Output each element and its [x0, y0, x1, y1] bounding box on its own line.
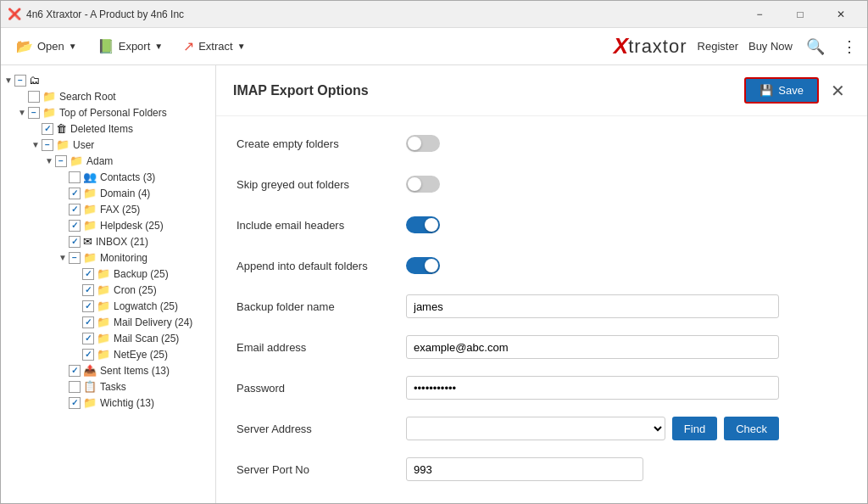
tree-label: Deleted Items [70, 123, 133, 135]
tree-item-monitoring[interactable]: ▼−📁Monitoring [1, 249, 215, 266]
tree-label: Backup (25) [114, 268, 169, 280]
tree-checkbox[interactable]: ✓ [69, 220, 81, 232]
maximize-button[interactable]: □ [781, 1, 820, 28]
create-empty-folders-toggle[interactable] [406, 135, 440, 152]
open-button[interactable]: 📂 Open ▼ [8, 34, 86, 59]
toggle-thumb [425, 259, 438, 272]
find-button[interactable]: Find [672, 417, 717, 440]
extract-button[interactable]: ↗ Extract ▼ [175, 34, 253, 59]
tree-item-search-root[interactable]: 📁Search Root [1, 88, 215, 104]
tree-item-user[interactable]: ▼−📁User [1, 137, 215, 153]
form-body: Create empty folders Skip greyed out fol… [216, 116, 867, 504]
check-button[interactable]: Check [724, 417, 779, 440]
server-address-select[interactable] [406, 417, 665, 440]
password-label: Password [236, 382, 406, 395]
password-input[interactable] [406, 376, 779, 400]
tree-folder-icon: 📤 [83, 364, 97, 377]
tree-item-tasks[interactable]: 📋Tasks [1, 378, 215, 395]
toggle-thumb [425, 218, 438, 232]
tree-checkbox[interactable]: ✓ [82, 349, 94, 361]
tree-folder-icon: 📋 [83, 380, 97, 393]
email-address-label: Email address [236, 341, 406, 354]
tree-arrow[interactable]: ▼ [31, 140, 42, 149]
tree-checkbox[interactable]: ✓ [82, 284, 94, 296]
tree-folder-icon: 📁 [83, 251, 97, 264]
tree-item-fax[interactable]: ✓📁FAX (25) [1, 201, 215, 217]
close-window-button[interactable]: ✕ [821, 1, 860, 28]
tree-item-inbox[interactable]: ✓✉INBOX (21) [1, 233, 215, 249]
tree-label: INBOX (21) [96, 236, 148, 248]
backup-folder-name-input[interactable] [406, 294, 779, 318]
tree-arrow[interactable]: ▼ [58, 253, 69, 262]
tree-folder-icon: ✉ [83, 235, 92, 248]
tree-checkbox[interactable]: ✓ [69, 397, 81, 409]
email-address-control [406, 335, 779, 359]
tree-item-adam[interactable]: ▼−📁Adam [1, 153, 215, 169]
tree-item-domain[interactable]: ✓📁Domain (4) [1, 185, 215, 201]
skip-greyed-label: Skip greyed out folders [236, 178, 406, 191]
include-email-headers-toggle[interactable] [406, 216, 440, 233]
tree-checkbox[interactable]: ✓ [69, 204, 81, 216]
tree-checkbox[interactable] [28, 91, 40, 103]
tree-item-wichtig[interactable]: ✓📁Wichtig (13) [1, 395, 215, 411]
search-icon-button[interactable]: 🔍 [803, 34, 828, 59]
tree-checkbox[interactable]: ✓ [82, 300, 94, 312]
tree-item-neteye[interactable]: ✓📁NetEye (25) [1, 346, 215, 362]
tree-item-backup[interactable]: ✓📁Backup (25) [1, 266, 215, 282]
tree-checkbox[interactable] [69, 171, 81, 183]
append-default-toggle[interactable] [406, 257, 440, 274]
tree-checkbox[interactable] [69, 381, 81, 393]
toolbar: 📂 Open ▼ 📗 Export ▼ ↗ Extract ▼ X traxto… [1, 28, 867, 65]
tree-label: FAX (25) [100, 204, 140, 216]
brand-x-letter: X [614, 33, 628, 59]
tree-checkbox[interactable]: − [28, 107, 40, 119]
tree-checkbox[interactable]: ✓ [82, 333, 94, 344]
tree-checkbox[interactable]: ✓ [82, 316, 94, 328]
tree-item-mail-scan[interactable]: ✓📁Mail Scan (25) [1, 330, 215, 346]
minimize-button[interactable]: − [740, 1, 779, 28]
server-port-label: Server Port No [236, 463, 406, 476]
tree-item-contacts[interactable]: 👥Contacts (3) [1, 169, 215, 185]
tree-label: User [73, 139, 94, 151]
tree-folder-icon: 📁 [83, 219, 97, 232]
tree-label: Adam [86, 155, 113, 167]
menu-icon-button[interactable]: ⋮ [838, 34, 860, 59]
tree-label: NetEye (25) [114, 349, 168, 361]
tree-checkbox[interactable]: ✓ [69, 236, 81, 248]
panel-header: IMAP Export Options 💾 Save ✕ [216, 65, 867, 116]
tree-checkbox[interactable]: − [14, 75, 26, 87]
server-port-input[interactable] [406, 457, 643, 481]
email-address-input[interactable] [406, 335, 779, 359]
backup-folder-name-row: Backup folder name [236, 293, 847, 320]
tree-item-personal-folders[interactable]: ▼−📁Top of Personal Folders [1, 104, 215, 120]
tree-item-logwatch[interactable]: ✓📁Logwatch (25) [1, 298, 215, 314]
tree-item-mail-delivery[interactable]: ✓📁Mail Delivery (24) [1, 314, 215, 330]
panel-title: IMAP Export Options [233, 83, 369, 98]
tree-checkbox[interactable]: ✓ [69, 188, 81, 199]
tree-checkbox[interactable]: − [55, 155, 67, 167]
tree-arrow[interactable]: ▼ [18, 108, 28, 117]
tree-item-deleted-items[interactable]: ✓🗑Deleted Items [1, 120, 215, 137]
tree-item-sent-items[interactable]: ✓📤Sent Items (13) [1, 362, 215, 378]
open-icon: 📂 [16, 38, 33, 54]
register-link[interactable]: Register [698, 40, 738, 53]
extract-label: Extract [198, 40, 232, 53]
save-icon: 💾 [760, 84, 773, 97]
tree-item-helpdesk[interactable]: ✓📁Helpdesk (25) [1, 217, 215, 233]
tree-checkbox[interactable]: − [42, 139, 53, 151]
export-button[interactable]: 📗 Export ▼ [89, 34, 171, 59]
tree-arrow[interactable]: ▼ [45, 156, 55, 165]
tree-item-root[interactable]: ▼−🗂 [1, 72, 215, 88]
tree-arrow[interactable]: ▼ [4, 76, 14, 85]
tree-checkbox[interactable]: ✓ [42, 123, 53, 135]
skip-greyed-toggle[interactable] [406, 176, 440, 193]
tree-checkbox[interactable]: − [69, 252, 81, 264]
tree-item-cron[interactable]: ✓📁Cron (25) [1, 282, 215, 298]
tree-checkbox[interactable]: ✓ [69, 365, 81, 377]
save-button[interactable]: 💾 Save [744, 77, 819, 104]
create-empty-folders-label: Create empty folders [236, 137, 406, 150]
buynow-link[interactable]: Buy Now [748, 40, 793, 53]
tree-checkbox[interactable]: ✓ [82, 268, 94, 280]
close-panel-button[interactable]: ✕ [826, 79, 850, 103]
password-control [406, 376, 779, 400]
